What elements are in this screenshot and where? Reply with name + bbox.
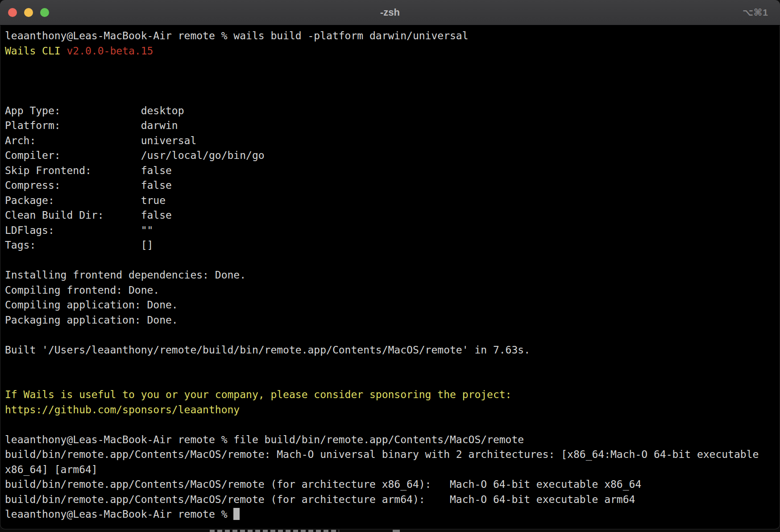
terminal-text: Clean Build Dir: false [5,209,172,221]
terminal-text: Platform: darwin [5,120,178,131]
window-title: -zsh [0,0,780,25]
terminal-text: App Type: desktop [5,105,184,116]
terminal-text: If Wails is useful to you or your compan… [5,389,511,400]
window-titlebar[interactable]: -zsh ⌥⌘1 [0,0,780,25]
terminal-line: Clean Build Dir: false [5,208,777,223]
terminal-line: Platform: darwin [5,118,777,133]
terminal-text: https://github.com/sponsors/leaanthony [5,404,240,416]
terminal-line: Built '/Users/leaanthony/remote/build/bi… [5,343,777,358]
terminal-text: Installing frontend dependencies: Done. [5,269,246,281]
terminal-line [5,74,777,89]
terminal-text: build/bin/remote.app/Contents/MacOS/remo… [5,478,641,490]
terminal-line: Compiler: /usr/local/go/bin/go [5,148,777,163]
terminal-line: LDFlags: "" [5,223,777,238]
terminal-output[interactable]: leaanthony@Leas-MacBook-Air remote % wai… [0,25,780,529]
terminal-line [5,328,777,343]
terminal-line: Compress: false [5,178,777,193]
terminal-line: App Type: desktop [5,104,777,119]
terminal-text: Skip Frontend: false [5,165,172,176]
terminal-line: Tags: [] [5,238,777,253]
terminal-line [5,357,777,373]
terminal-line: Installing frontend dependencies: Done. [5,268,777,283]
tab-shortcut-keys: ⌥⌘1 [743,0,768,25]
terminal-text: Built '/Users/leaanthony/remote/build/bi… [5,344,530,356]
terminal-line: build/bin/remote.app/Contents/MacOS/remo… [5,447,777,462]
terminal-line: x86_64] [arm64] [5,462,777,478]
terminal-text: Packaging application: Done. [5,314,178,326]
terminal-line: Compiling frontend: Done. [5,283,777,298]
terminal-text: Tags: [] [5,239,153,251]
terminal-line: https://github.com/sponsors/leaanthony [5,403,777,418]
terminal-text: Compiling application: Done. [5,299,178,311]
background-window-fragment [393,530,400,532]
terminal-line: Packaging application: Done. [5,313,777,328]
terminal-line: build/bin/remote.app/Contents/MacOS/remo… [5,477,777,492]
terminal-line: Arch: universal [5,133,777,149]
terminal-line [5,58,777,74]
terminal-text: Compress: false [5,179,172,191]
terminal-text: build/bin/remote.app/Contents/MacOS/remo… [5,494,635,505]
terminal-text: Arch: universal [5,135,196,146]
terminal-text: leaanthony@Leas-MacBook-Air remote % fil… [5,434,524,445]
background-window-fragment [210,530,339,532]
terminal-text: Compiling frontend: Done. [5,284,159,296]
terminal-line: leaanthony@Leas-MacBook-Air remote % [5,507,777,522]
terminal-line: leaanthony@Leas-MacBook-Air remote % wai… [5,29,777,44]
terminal-line: leaanthony@Leas-MacBook-Air remote % fil… [5,432,777,448]
desktop-background: -zsh ⌥⌘1 leaanthony@Leas-MacBook-Air rem… [0,0,780,532]
terminal-line: build/bin/remote.app/Contents/MacOS/remo… [5,492,777,507]
terminal-line: Skip Frontend: false [5,163,777,179]
terminal-text: build/bin/remote.app/Contents/MacOS/remo… [5,449,759,460]
terminal-window: -zsh ⌥⌘1 leaanthony@Leas-MacBook-Air rem… [0,0,780,529]
text-cursor [233,508,240,520]
terminal-line [5,253,777,268]
terminal-text: leaanthony@Leas-MacBook-Air remote % [5,508,233,520]
terminal-line: Wails CLI v2.0.0-beta.15 [5,44,777,59]
terminal-text: Wails CLI [5,45,66,57]
terminal-line [5,88,777,104]
terminal-line: Package: true [5,193,777,208]
terminal-line [5,417,777,432]
terminal-text: LDFlags: "" [5,224,153,236]
terminal-line: If Wails is useful to you or your compan… [5,387,777,403]
terminal-text: x86_64] [arm64] [5,464,98,475]
terminal-text: v2.0.0-beta.15 [66,45,153,57]
terminal-line: Compiling application: Done. [5,298,777,313]
terminal-text: Package: true [5,195,166,206]
terminal-text: Compiler: /usr/local/go/bin/go [5,150,265,161]
terminal-text: leaanthony@Leas-MacBook-Air remote % wai… [5,30,469,42]
terminal-line [5,373,777,388]
